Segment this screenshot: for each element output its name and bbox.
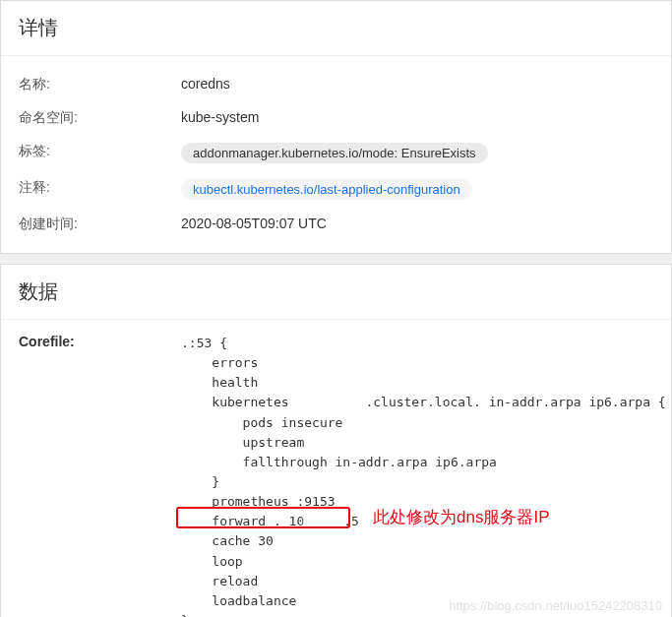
annotation-text: 此处修改为dns服务器IP: [373, 506, 549, 528]
annotation-link[interactable]: kubectl.kubernetes.io/last-applied-confi…: [181, 179, 472, 200]
tag-value-wrap: addonmanager.kubernetes.io/mode: EnsureE…: [181, 143, 653, 163]
cf-line: }: [181, 613, 189, 617]
detail-row-name: 名称: coredns: [19, 68, 653, 101]
tag-label: 标签:: [19, 143, 181, 160]
data-body: Corefile: .:53 { errors health kubernete…: [1, 320, 671, 617]
cf-line: loop: [181, 554, 243, 569]
data-panel: 数据 Corefile: .:53 { errors health kubern…: [0, 264, 672, 617]
name-label: 名称:: [19, 76, 181, 93]
details-body: 名称: coredns 命名空间: kube-system 标签: addonm…: [1, 56, 671, 253]
detail-row-tag: 标签: addonmanager.kubernetes.io/mode: Ens…: [19, 135, 653, 171]
cf-line: .cluster.local. in-addr.arpa ip6.arpa {: [365, 395, 665, 409]
cf-line: reload: [181, 574, 258, 588]
cf-line: kubernetes: [181, 395, 296, 409]
annotation-value-wrap: kubectl.kubernetes.io/last-applied-confi…: [181, 179, 653, 200]
cf-line: pods insecure: [181, 415, 342, 430]
cf-line: }: [181, 474, 219, 489]
cf-line: .:53 {: [181, 336, 227, 350]
cf-line: cache 30: [181, 533, 274, 548]
annotation-label: 注释:: [19, 179, 181, 197]
watermark: https://blog.csdn.net/luo15242208310: [449, 598, 662, 613]
cf-line: loadbalance: [181, 593, 296, 608]
detail-row-created: 创建时间: 2020-08-05T09:07 UTC: [19, 208, 653, 241]
name-value: coredns: [181, 76, 653, 92]
details-header: 详情: [1, 1, 671, 56]
detail-row-annotation: 注释: kubectl.kubernetes.io/last-applied-c…: [19, 171, 653, 208]
cf-line: health: [181, 375, 258, 390]
created-value: 2020-08-05T09:07 UTC: [181, 216, 653, 231]
highlight-box: [176, 507, 350, 528]
details-panel: 详情 名称: coredns 命名空间: kube-system 标签: add…: [0, 0, 672, 254]
cf-line: upstream: [181, 435, 304, 450]
corefile-label: Corefile:: [19, 334, 181, 617]
redacted-text: [296, 398, 365, 409]
cf-line: fallthrough in-addr.arpa ip6.arpa: [181, 455, 497, 469]
data-header: 数据: [1, 265, 671, 320]
namespace-label: 命名空间:: [19, 109, 181, 127]
namespace-value: kube-system: [181, 109, 653, 125]
created-label: 创建时间:: [19, 216, 181, 233]
tag-pill[interactable]: addonmanager.kubernetes.io/mode: EnsureE…: [181, 143, 488, 163]
corefile-content: .:53 { errors health kubernetes .cluster…: [181, 334, 666, 617]
detail-row-namespace: 命名空间: kube-system: [19, 101, 653, 135]
cf-line: errors: [181, 355, 258, 370]
